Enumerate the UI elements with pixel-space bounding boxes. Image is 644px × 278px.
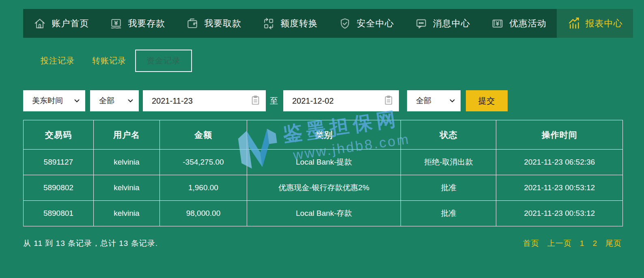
chevron-down-icon bbox=[128, 99, 133, 103]
record-tabs: 投注记录 转账记录 资金记录 bbox=[23, 50, 192, 72]
chevron-down-icon bbox=[450, 99, 455, 103]
nav-item-messages[interactable]: 消息中心 bbox=[404, 9, 480, 38]
nav-label: 我要取款 bbox=[204, 17, 241, 30]
col-header-transaction-code: 交易码 bbox=[24, 120, 94, 150]
message-icon bbox=[415, 17, 428, 30]
nav-item-reports[interactable]: 报表中心 bbox=[557, 9, 633, 38]
shield-icon bbox=[338, 17, 351, 30]
filter-bar: 美东时间 全部 至 全部 bbox=[23, 90, 508, 111]
transfer-icon bbox=[262, 17, 275, 30]
col-header-status: 状态 bbox=[401, 120, 496, 150]
pagination-first[interactable]: 首页 bbox=[523, 238, 539, 249]
cell-operation-time: 2021-11-23 06:52:36 bbox=[496, 150, 623, 175]
records-summary: 从 11 到 13 条记录，总计 13 条记录. bbox=[23, 238, 158, 249]
nav-item-withdraw[interactable]: 我要取款 bbox=[176, 9, 252, 38]
pagination-page-2[interactable]: 2 bbox=[592, 239, 597, 248]
chart-icon bbox=[567, 17, 580, 30]
nav-label: 安全中心 bbox=[357, 17, 394, 30]
type-select[interactable]: 全部 bbox=[90, 90, 139, 111]
nav-item-transfer[interactable]: 额度转换 bbox=[252, 9, 328, 38]
tab-transfer-records[interactable]: 转账记录 bbox=[92, 55, 126, 66]
cell-username: kelvinia bbox=[93, 150, 159, 175]
cell-transaction-code: 5891127 bbox=[24, 150, 94, 175]
col-header-username: 用户名 bbox=[93, 120, 159, 150]
cell-transaction-code: 5890802 bbox=[24, 175, 94, 201]
nav-item-promotions[interactable]: 优惠活动 bbox=[480, 9, 557, 38]
records-table: 交易码 用户名 金额 类别 状态 操作时间 5891127 kelvinia -… bbox=[23, 120, 623, 226]
type-select-value: 全部 bbox=[99, 96, 114, 106]
table-row: 5890801 kelvinia 98,000.00 Local Bank-存款… bbox=[24, 201, 623, 226]
wallet-icon bbox=[186, 17, 199, 30]
status-select-value: 全部 bbox=[416, 96, 431, 106]
status-select[interactable]: 全部 bbox=[407, 90, 461, 111]
nav-item-account-home[interactable]: 账户首页 bbox=[23, 9, 99, 38]
date-range-to-label: 至 bbox=[270, 96, 278, 106]
cell-operation-time: 2021-11-23 00:53:12 bbox=[496, 175, 623, 201]
cell-amount: 1,960.00 bbox=[160, 175, 247, 201]
home-icon bbox=[33, 17, 46, 30]
nav-label: 我要存款 bbox=[128, 17, 165, 30]
col-header-category: 类别 bbox=[247, 120, 401, 150]
table-row: 5890802 kelvinia 1,960.00 优惠现金-银行存款优惠2% … bbox=[24, 175, 623, 201]
nav-label: 额度转换 bbox=[280, 17, 318, 30]
cell-username: kelvinia bbox=[93, 175, 159, 201]
nav-label: 优惠活动 bbox=[509, 17, 547, 30]
nav-item-security[interactable]: 安全中心 bbox=[328, 9, 405, 38]
timezone-select[interactable]: 美东时间 bbox=[23, 90, 85, 111]
cell-category: Local Bank-提款 bbox=[247, 150, 401, 175]
calendar-icon[interactable] bbox=[250, 95, 261, 107]
date-to-input[interactable] bbox=[291, 96, 374, 106]
cell-amount: 98,000.00 bbox=[160, 201, 247, 226]
cell-username: kelvinia bbox=[93, 201, 159, 226]
cell-amount: -354,275.00 bbox=[160, 150, 247, 175]
cell-transaction-code: 5890801 bbox=[24, 201, 94, 226]
pagination: 首页 上一页 1 2 尾页 bbox=[523, 238, 622, 249]
cell-category: Local Bank-存款 bbox=[247, 201, 401, 226]
date-to-field[interactable] bbox=[283, 90, 399, 111]
tab-fund-records[interactable]: 资金记录 bbox=[135, 50, 192, 72]
tab-betting-records[interactable]: 投注记录 bbox=[41, 55, 75, 66]
pagination-prev[interactable]: 上一页 bbox=[547, 238, 572, 249]
cell-operation-time: 2021-11-23 00:53:12 bbox=[496, 201, 623, 226]
cell-status: 批准 bbox=[401, 201, 496, 226]
submit-button[interactable]: 提交 bbox=[466, 90, 508, 111]
cell-status: 拒绝-取消出款 bbox=[401, 150, 496, 175]
coupon-icon bbox=[491, 17, 504, 30]
nav-label: 报表中心 bbox=[586, 17, 623, 30]
timezone-select-value: 美东时间 bbox=[32, 96, 63, 106]
col-header-operation-time: 操作时间 bbox=[496, 120, 623, 150]
cell-category: 优惠现金-银行存款优惠2% bbox=[247, 175, 401, 201]
pagination-page-1[interactable]: 1 bbox=[580, 239, 585, 248]
date-from-input[interactable] bbox=[151, 96, 234, 106]
pagination-last[interactable]: 尾页 bbox=[605, 238, 622, 249]
date-from-field[interactable] bbox=[143, 90, 266, 111]
calendar-icon[interactable] bbox=[383, 95, 394, 107]
main-navbar: 账户首页 我要存款 我要取款 bbox=[23, 9, 633, 38]
table-header-row: 交易码 用户名 金额 类别 状态 操作时间 bbox=[24, 120, 623, 150]
nav-label: 消息中心 bbox=[433, 17, 470, 30]
nav-item-deposit[interactable]: 我要存款 bbox=[99, 9, 176, 38]
table-row: 5891127 kelvinia -354,275.00 Local Bank-… bbox=[24, 150, 623, 175]
col-header-amount: 金额 bbox=[160, 120, 247, 150]
deposit-icon bbox=[110, 17, 123, 30]
cell-status: 批准 bbox=[401, 175, 496, 201]
chevron-down-icon bbox=[74, 99, 80, 103]
nav-label: 账户首页 bbox=[52, 17, 89, 30]
